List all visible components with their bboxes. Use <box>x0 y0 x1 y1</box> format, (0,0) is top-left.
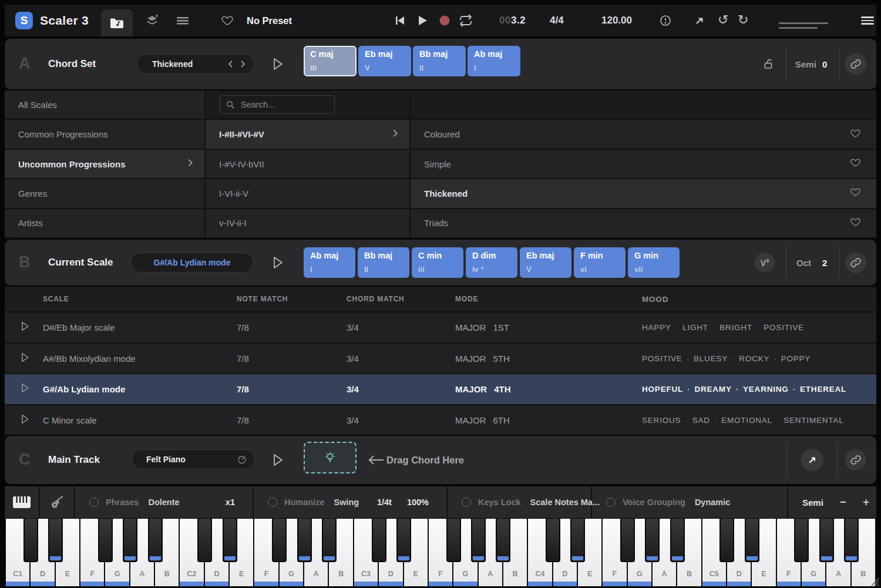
black-key-g-c3[interactable] <box>471 519 486 562</box>
variation-triads[interactable]: Triads <box>411 209 876 238</box>
search-input[interactable] <box>240 99 324 110</box>
chord-set-selector[interactable]: Thickened <box>136 54 254 74</box>
voice-grouping-value[interactable]: Dynamic <box>695 498 730 507</box>
black-key-a-c1[interactable] <box>148 519 163 562</box>
black-key-c-c1[interactable] <box>23 519 38 562</box>
chord-pad-bb-maj[interactable]: Bb majII <box>413 46 466 76</box>
skip-back-button[interactable] <box>391 12 409 29</box>
chord-pad-ab-maj[interactable]: Ab majI <box>468 46 520 76</box>
export-button[interactable] <box>691 12 708 29</box>
chord-pad-f-min[interactable]: F minvi <box>574 247 626 278</box>
control-voice-grouping[interactable]: Voice GroupingDynamic <box>592 486 788 518</box>
record-button[interactable] <box>436 12 453 29</box>
humanize-value[interactable]: Swing <box>334 498 359 507</box>
time-signature[interactable]: 4/4 <box>550 5 564 36</box>
favorite-button[interactable] <box>850 216 861 230</box>
semi-minus-button[interactable]: − <box>840 496 846 509</box>
humanize-toggle[interactable] <box>268 498 277 507</box>
variation-simple[interactable]: Simple <box>411 150 876 179</box>
category-common-progressions[interactable]: Common Progressions <box>5 120 206 149</box>
chord-drop-zone[interactable] <box>304 442 357 473</box>
play-button[interactable] <box>413 12 431 29</box>
black-key-c-c4[interactable] <box>546 519 560 562</box>
progression-v-iv-ii-i[interactable]: v-IV-ii-I <box>206 209 411 238</box>
favorite-button[interactable] <box>850 127 861 141</box>
phrases-toggle[interactable] <box>89 498 99 507</box>
black-key-c-c5[interactable] <box>719 519 734 562</box>
black-key-a-c3[interactable] <box>496 519 510 562</box>
link-button-c[interactable] <box>845 449 866 471</box>
progression-i-v-iv-bvii[interactable]: I-#V-IV-bVII <box>206 150 411 179</box>
redo-button[interactable]: ↻ <box>738 5 748 36</box>
preset-name[interactable]: No Preset <box>247 5 292 36</box>
current-scale-play-button[interactable] <box>270 255 285 270</box>
chord-pad-eb-maj[interactable]: Eb majV <box>520 247 571 278</box>
preset-favorite-button[interactable] <box>218 12 236 29</box>
black-key-f-c5[interactable] <box>794 519 809 562</box>
favorite-button[interactable] <box>850 157 861 171</box>
scale-play-button[interactable] <box>20 414 30 426</box>
chevron-right-icon[interactable] <box>239 60 246 68</box>
black-key-d-c2[interactable] <box>223 519 237 562</box>
black-key-a-c2[interactable] <box>322 519 337 562</box>
scale-row-d-eb-major-scale[interactable]: D#/Eb Major scale7/83/4MAJOR1STHAPPY·LIG… <box>5 311 876 342</box>
tab-sets[interactable] <box>143 12 161 29</box>
black-key-d-c3[interactable] <box>396 519 411 562</box>
chord-pad-bb-maj[interactable]: Bb majII <box>358 247 409 278</box>
control-keys-lock[interactable]: Keys LockScale Notes Ma... <box>448 486 592 518</box>
scale-row-g-ab-lydian-mode[interactable]: G#/Ab Lydian mode7/83/4MAJOR4THHOPEFUL·D… <box>5 373 876 404</box>
category-artists[interactable]: Artists <box>5 209 206 238</box>
black-key-c-c2[interactable] <box>197 519 212 562</box>
chord-pad-c-maj[interactable]: C majIII <box>304 46 357 76</box>
black-key-f-c1[interactable] <box>98 519 113 562</box>
guitar-view-button[interactable] <box>40 486 75 518</box>
black-key-c-c3[interactable] <box>372 519 386 562</box>
humanize-extra-0[interactable]: 1/4t <box>377 498 392 507</box>
control-humanize[interactable]: HumanizeSwing1/4t100% <box>254 486 448 518</box>
black-key-g-c4[interactable] <box>645 519 660 562</box>
black-key-a-c4[interactable] <box>670 519 685 562</box>
link-button-a[interactable] <box>845 53 866 75</box>
level-slider[interactable] <box>779 22 828 24</box>
black-key-d-c4[interactable] <box>570 519 585 562</box>
chord-set-play-button[interactable] <box>270 56 285 72</box>
voice-grouping-toggle[interactable] <box>606 498 616 507</box>
chord-pad-c-min[interactable]: C miniii <box>412 247 463 278</box>
black-key-f-c3[interactable] <box>446 519 461 562</box>
progression-i-vi-ii-v[interactable]: I-VI-ii-V <box>206 179 411 209</box>
tab-chord-page[interactable] <box>101 9 133 36</box>
chord-pad-eb-maj[interactable]: Eb majV <box>358 46 411 76</box>
semi-value[interactable]: 0 <box>822 59 827 69</box>
category-uncommon-progressions[interactable]: Uncommon Progressions <box>5 150 206 179</box>
black-key-f-c4[interactable] <box>620 519 635 562</box>
current-scale-selector[interactable]: G#/Ab Lydian mode <box>130 253 254 273</box>
black-key-d-c5[interactable] <box>745 519 759 562</box>
voicing-button[interactable]: V9 <box>755 253 775 273</box>
keyboard-view-button[interactable] <box>5 486 40 518</box>
black-key-d-c1[interactable] <box>48 519 63 562</box>
scale-play-button[interactable] <box>20 382 30 395</box>
main-track-play-button[interactable] <box>270 452 285 468</box>
loop-button[interactable] <box>457 12 475 29</box>
black-key-a-c5[interactable] <box>844 519 859 562</box>
search-box[interactable] <box>220 95 335 114</box>
scale-play-button[interactable] <box>20 321 30 334</box>
favorite-button[interactable] <box>850 187 861 200</box>
chord-pad-d-dim[interactable]: D dimiv ° <box>466 247 517 278</box>
tab-list[interactable] <box>174 12 191 29</box>
lock-button[interactable] <box>761 56 778 72</box>
scale-row-c-minor-scale[interactable]: C Minor scale7/83/4MAJOR6THSERIOUS·SAD·E… <box>5 404 876 435</box>
level-slider-track[interactable] <box>779 27 818 29</box>
instrument-selector[interactable]: Felt Piano <box>132 449 255 469</box>
phrases-extra-0[interactable]: x1 <box>226 498 235 507</box>
tempo-value[interactable]: 120.00 <box>601 5 632 36</box>
category-genres[interactable]: Genres <box>5 179 206 209</box>
scale-row-a-bb-mixolydian-mode[interactable]: A#/Bb Mixolydian mode7/83/4MAJOR5THPOSIT… <box>5 342 876 374</box>
control-phrases[interactable]: PhrasesDolentex1 <box>75 486 254 518</box>
black-key-f-c2[interactable] <box>272 519 287 562</box>
undo-button[interactable]: ↺ <box>718 5 728 36</box>
progression-i-ii-vi-v[interactable]: I-#II-#VI-#V <box>206 120 411 149</box>
link-button-b[interactable] <box>845 252 866 273</box>
humanize-extra-1[interactable]: 100% <box>407 498 429 507</box>
resize-grip[interactable] <box>869 576 879 586</box>
